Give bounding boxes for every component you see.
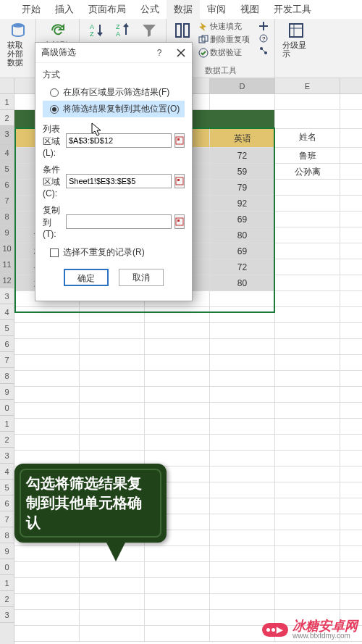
cell[interactable] (275, 467, 340, 482)
col-header[interactable]: E (275, 78, 340, 94)
cell[interactable] (145, 578, 210, 594)
cell[interactable] (80, 562, 145, 578)
sort-az-button[interactable]: AZ (85, 20, 109, 42)
cell[interactable] (275, 307, 340, 323)
copy-to-input[interactable] (66, 214, 172, 229)
cell[interactable] (14, 387, 80, 403)
tab-data[interactable]: 数据 (167, 0, 200, 19)
row-header[interactable]: 10 (0, 241, 14, 256)
cell[interactable] (210, 451, 275, 467)
cell[interactable] (145, 339, 210, 355)
cell[interactable] (145, 626, 210, 642)
tab-view[interactable]: 视图 (233, 0, 266, 19)
cell[interactable] (275, 498, 340, 514)
criteria-header[interactable]: 姓名 (275, 129, 340, 148)
cell[interactable] (275, 259, 340, 275)
radio-filter-inplace[interactable]: 在原有区域显示筛选结果(F) (43, 84, 185, 101)
cell[interactable] (340, 435, 362, 451)
cell[interactable] (14, 626, 80, 642)
cell[interactable] (145, 435, 210, 451)
cell[interactable] (275, 180, 340, 196)
row-header[interactable]: 3 (0, 448, 14, 464)
col-header[interactable]: D (210, 78, 275, 94)
cell[interactable] (275, 451, 340, 467)
cell[interactable] (210, 323, 275, 339)
cell[interactable] (14, 371, 80, 387)
tab-formulas[interactable]: 公式 (133, 0, 167, 19)
row-header[interactable]: 6 (0, 336, 14, 352)
cell[interactable] (80, 339, 145, 355)
dialog-titlebar[interactable]: 高级筛选 ? (35, 43, 192, 63)
row-header[interactable]: 3 (0, 607, 14, 623)
criteria-range-input[interactable] (66, 174, 172, 188)
ok-button[interactable]: 确定 (64, 269, 109, 286)
row-header[interactable]: 1 (0, 94, 14, 110)
cell[interactable] (340, 259, 362, 275)
cell[interactable] (275, 110, 340, 129)
row-header[interactable]: 2 (0, 591, 14, 607)
list-range-input[interactable] (66, 133, 172, 148)
cell[interactable] (275, 243, 340, 259)
row-header[interactable]: 9 (0, 543, 14, 559)
tab-insert[interactable]: 插入 (48, 0, 81, 19)
cell[interactable] (145, 387, 210, 403)
cell[interactable] (14, 419, 80, 435)
row-header[interactable]: 8 (0, 368, 14, 384)
cell[interactable] (14, 594, 80, 610)
cell[interactable] (275, 291, 340, 307)
cell[interactable]: 80 (210, 227, 275, 243)
cell[interactable] (210, 562, 275, 578)
what-if-button[interactable]: ? (257, 33, 270, 44)
row-header[interactable]: 7 (0, 511, 14, 527)
cell[interactable] (80, 355, 145, 371)
row-header[interactable]: 2 (0, 110, 14, 126)
unique-records-checkbox[interactable]: 选择不重复的记录(R) (43, 239, 185, 263)
cell[interactable]: 69 (210, 243, 275, 259)
cell[interactable]: 72 (210, 259, 275, 275)
cell[interactable] (14, 307, 80, 323)
data-validation-button[interactable]: 数据验证 (197, 46, 251, 59)
cell[interactable] (275, 435, 340, 451)
range-picker-button[interactable] (174, 214, 185, 229)
row-header[interactable]: 4 (0, 304, 14, 320)
row-header[interactable]: 3 (0, 126, 14, 145)
cell[interactable] (210, 339, 275, 355)
cell[interactable] (80, 323, 145, 339)
row-header[interactable]: 5 (0, 320, 14, 336)
cell[interactable] (145, 419, 210, 435)
cell[interactable] (210, 371, 275, 387)
cell[interactable] (340, 243, 362, 259)
cell[interactable] (145, 307, 210, 323)
cell[interactable] (80, 578, 145, 594)
cell[interactable] (340, 275, 362, 291)
cell[interactable] (210, 355, 275, 371)
cell[interactable] (340, 129, 362, 148)
cell[interactable] (210, 403, 275, 419)
get-external-data-button[interactable]: 获取 外部数据 (4, 20, 31, 68)
cell[interactable]: 92 (210, 196, 275, 212)
range-picker-button[interactable] (174, 174, 185, 188)
cell[interactable] (80, 307, 145, 323)
cell[interactable] (145, 355, 210, 371)
text-to-columns-button[interactable] (171, 20, 194, 42)
cell[interactable] (275, 387, 340, 403)
row-header[interactable]: 7 (0, 193, 14, 209)
cell[interactable]: 79 (210, 180, 275, 196)
criteria-value[interactable]: 鲁班 (275, 148, 340, 164)
cell[interactable] (275, 482, 340, 498)
cell[interactable] (275, 578, 340, 594)
cell[interactable] (340, 498, 362, 514)
tab-developer[interactable]: 开发工具 (266, 0, 319, 19)
cell[interactable] (340, 339, 362, 355)
cell[interactable] (80, 387, 145, 403)
cell[interactable] (340, 164, 362, 180)
cell[interactable] (210, 94, 275, 110)
cell[interactable] (210, 578, 275, 594)
row-header[interactable]: 1 (0, 416, 14, 432)
cell[interactable] (275, 275, 340, 291)
cell[interactable] (145, 323, 210, 339)
tab-page-layout[interactable]: 页面布局 (81, 0, 133, 19)
close-button[interactable] (170, 43, 192, 63)
row-header[interactable]: 6 (0, 495, 14, 511)
cell[interactable] (145, 594, 210, 610)
